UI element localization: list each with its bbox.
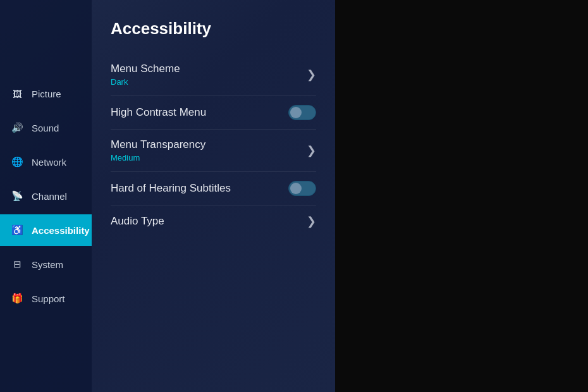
menu-item-high-contrast[interactable]: High Contrast Menu [111,96,316,130]
picture-icon: 🖼 [10,87,24,101]
high-contrast-label: High Contrast Menu [111,106,206,119]
menu-item-hard-of-hearing[interactable]: Hard of Hearing Subtitles [111,172,316,205]
menu-transparency-chevron: ❯ [307,144,316,157]
sidebar-label-network: Network [32,157,66,168]
sidebar-item-sound[interactable]: 🔊 Sound [0,112,92,144]
menu-transparency-value: Medium [111,153,205,162]
sound-icon: 🔊 [10,121,24,135]
main-content: Accessibility Menu Scheme Dark ❯ High Co… [92,0,335,392]
network-icon: 🌐 [10,155,24,169]
menu-transparency-label: Menu Transparency [111,138,205,151]
menu-item-audio-type[interactable]: Audio Type ❯ [111,205,316,237]
sidebar-label-sound: Sound [32,123,59,133]
sidebar-label-channel: Channel [32,191,67,202]
sidebar-label-system: System [32,259,63,270]
hard-of-hearing-label: Hard of Hearing Subtitles [111,182,231,195]
sidebar: 🖼 Picture 🔊 Sound 🌐 Network 📡 Channel ♿ … [0,0,92,392]
menu-scheme-chevron: ❯ [307,68,316,82]
sidebar-item-accessibility[interactable]: ♿ Accessibility [0,214,92,246]
sidebar-label-support: Support [32,293,65,304]
menu-item-menu-scheme-text: Menu Scheme Dark [111,63,180,87]
audio-type-label: Audio Type [111,215,164,228]
accessibility-icon: ♿ [10,223,24,237]
menu-scheme-label: Menu Scheme [111,63,180,75]
menu-transparency-text: Menu Transparency Medium [111,138,205,162]
sidebar-item-channel[interactable]: 📡 Channel [0,180,92,212]
support-icon: 🎁 [10,291,24,305]
sidebar-item-picture[interactable]: 🖼 Picture [0,78,92,109]
audio-type-chevron: ❯ [307,214,316,228]
sidebar-item-system[interactable]: ⊟ System [0,248,92,280]
sidebar-label-picture: Picture [32,89,61,99]
menu-scheme-value: Dark [111,77,180,87]
sidebar-label-accessibility: Accessibility [32,225,90,236]
sidebar-item-network[interactable]: 🌐 Network [0,146,92,178]
system-icon: ⊟ [10,257,24,271]
high-contrast-toggle[interactable] [288,105,316,120]
tv-right-reflection [303,0,588,392]
settings-panel: 🖼 Picture 🔊 Sound 🌐 Network 📡 Channel ♿ … [0,0,335,392]
menu-item-menu-transparency[interactable]: Menu Transparency Medium ❯ [111,130,316,172]
page-title: Accessibility [111,19,316,39]
hard-of-hearing-toggle[interactable] [288,181,316,196]
channel-icon: 📡 [10,189,24,203]
sidebar-item-support[interactable]: 🎁 Support [0,283,92,314]
menu-item-menu-scheme[interactable]: Menu Scheme Dark ❯ [111,54,316,96]
